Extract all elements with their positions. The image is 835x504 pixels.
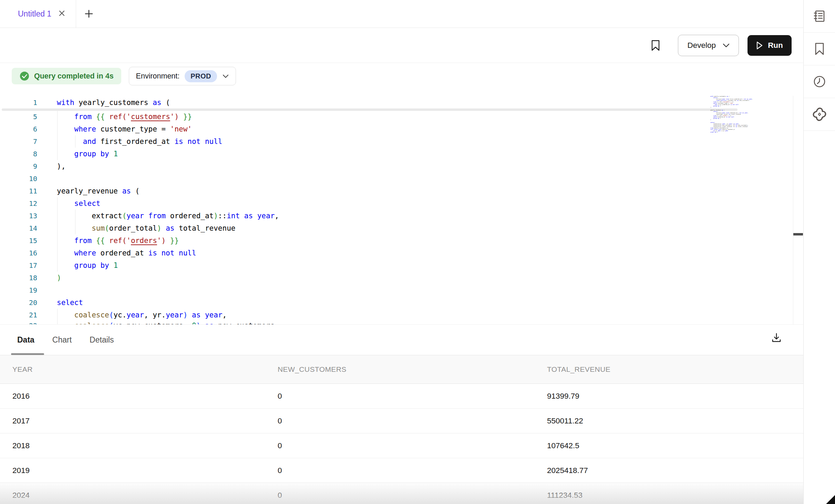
editor-scrollbar-track	[793, 96, 793, 324]
line-number: 18	[0, 274, 37, 282]
code-line-7[interactable]: 7 and first_ordered_at is not null	[0, 135, 279, 148]
code-line-15[interactable]: 15 from {{ ref('orders') }}	[0, 234, 279, 247]
environment-value-pill: PROD	[185, 70, 217, 82]
table-row[interactable]: 20180107642.5	[0, 433, 804, 458]
code-line-16[interactable]: 16 where ordered_at is not null	[0, 247, 279, 259]
bookmark-button[interactable]	[651, 40, 660, 51]
code-line-12[interactable]: 12 select	[0, 197, 279, 210]
code-line-17[interactable]: 17 group by 1	[0, 259, 279, 272]
code-line-8[interactable]: 8 group by 1	[0, 148, 279, 160]
line-number: 12	[0, 199, 37, 208]
table-cell: 2018	[0, 441, 278, 450]
bookmark-icon	[651, 40, 660, 51]
line-number: 10	[0, 175, 37, 183]
app-window: Untitled 1 Develop Run	[0, 0, 835, 504]
results-tab-data[interactable]: Data	[17, 335, 34, 345]
develop-dropdown[interactable]: Develop	[678, 35, 739, 56]
line-number: 19	[0, 286, 37, 294]
environment-selector[interactable]: Environment: PROD	[129, 67, 236, 85]
code-line-19[interactable]: 19	[0, 284, 279, 296]
code-line-9[interactable]: 9),	[0, 160, 279, 172]
download-icon	[771, 332, 782, 343]
line-number: 14	[0, 224, 37, 232]
run-label: Run	[768, 41, 783, 50]
code-line-14[interactable]: 14 sum(order_total) as total_revenue	[0, 222, 279, 234]
tab-close-icon[interactable]	[58, 10, 65, 18]
rail-item-bookmarks[interactable]	[804, 33, 835, 65]
line-number: 9	[0, 162, 37, 170]
table-cell: 550011.22	[547, 417, 804, 426]
right-icon-rail	[803, 0, 835, 504]
check-circle-icon	[19, 71, 30, 81]
editor-scrollbar-thumb[interactable]	[793, 233, 803, 235]
environment-label: Environment:	[136, 72, 180, 81]
column-header-total_revenue[interactable]: TOTAL_REVENUE	[547, 365, 804, 374]
code-line-5[interactable]: 5 from {{ ref('customers') }}	[0, 111, 279, 123]
download-results-button[interactable]	[771, 332, 782, 345]
table-cell: 2017	[0, 417, 278, 426]
code-line-6[interactable]: 6 where customer_type = 'new'	[0, 123, 279, 135]
table-row[interactable]: 20240111234.53	[0, 483, 804, 504]
status-row: Query completed in 4s Environment: PROD	[0, 63, 804, 89]
resize-corner-handle[interactable]	[826, 495, 835, 504]
chevron-down-icon	[723, 43, 730, 48]
line-number: 8	[0, 150, 37, 158]
tab-title: Untitled 1	[18, 9, 51, 19]
line-number: 1	[0, 98, 37, 107]
rail-item-lineage[interactable]	[804, 98, 835, 131]
results-tab-details[interactable]: Details	[90, 335, 114, 345]
table-cell: 0	[278, 466, 547, 475]
run-button[interactable]: Run	[748, 35, 792, 56]
code-line-11[interactable]: 11yearly_revenue as (	[0, 185, 279, 197]
code-line-21[interactable]: 21 coalesce(yc.year, yr.year) as year,	[0, 309, 279, 321]
tab-untitled-1[interactable]: Untitled 1	[0, 0, 76, 28]
code-line-13[interactable]: 13 extract(year from ordered_at)::int as…	[0, 210, 279, 222]
code-line-1[interactable]: 1with yearly_customers as (	[0, 96, 710, 109]
results-tab-bar: DataChartDetails	[0, 325, 804, 355]
line-number: 22	[0, 322, 37, 324]
line-number: 11	[0, 187, 37, 195]
line-number: 5	[0, 113, 37, 121]
line-number: 13	[0, 212, 37, 220]
bookmark-icon	[814, 42, 825, 55]
table-header-row: YEARNEW_CUSTOMERSTOTAL_REVENUE	[0, 355, 804, 384]
table-cell: 2025418.77	[547, 466, 804, 475]
table-cell: 0	[278, 441, 547, 450]
play-icon	[756, 41, 763, 50]
column-header-new_customers[interactable]: NEW_CUSTOMERS	[278, 365, 547, 374]
code-line-10[interactable]: 10	[0, 172, 279, 185]
table-cell: 0	[278, 491, 547, 500]
table-row[interactable]: 20170550011.22	[0, 409, 804, 433]
line-number: 20	[0, 298, 37, 307]
table-cell: 107642.5	[547, 441, 804, 450]
active-tab-underline	[11, 353, 44, 355]
code-line-18[interactable]: 18)	[0, 272, 279, 284]
new-tab-button[interactable]	[76, 0, 102, 28]
table-cell: 111234.53	[547, 491, 804, 500]
sticky-scroll-line[interactable]: 1with yearly_customers as (	[0, 96, 710, 109]
main-column: Untitled 1 Develop Run	[0, 0, 804, 504]
code-line-22[interactable]: 22 coalesce(yc.new_customers, 0) as new_…	[0, 321, 279, 324]
table-cell: 0	[278, 417, 547, 426]
sticky-scroll-shadow	[2, 108, 738, 111]
line-number: 21	[0, 311, 37, 319]
results-tab-chart[interactable]: Chart	[52, 335, 72, 345]
table-cell: 91399.79	[547, 392, 804, 401]
column-header-year[interactable]: YEAR	[0, 365, 278, 374]
code-lines[interactable]: 5 from {{ ref('customers') }}6 where cus…	[0, 111, 279, 324]
sql-code-editor[interactable]: 1with yearly_customers as ( 5 from {{ re…	[0, 96, 804, 324]
develop-label: Develop	[687, 41, 716, 50]
table-row[interactable]: 201902025418.77	[0, 458, 804, 483]
table-cell: 2024	[0, 491, 278, 500]
line-number: 16	[0, 249, 37, 257]
table-row[interactable]: 2016091399.79	[0, 384, 804, 409]
line-number: 17	[0, 261, 37, 270]
rail-item-notebook[interactable]	[804, 0, 835, 33]
editor-minimap[interactable]: with yearly_customers as ( select extrac…	[710, 96, 762, 133]
table-cell: 2019	[0, 466, 278, 475]
lineage-logo-icon	[812, 107, 827, 122]
notebook-icon	[813, 9, 826, 23]
code-line-20[interactable]: 20select	[0, 296, 279, 309]
line-number: 15	[0, 237, 37, 245]
rail-item-history[interactable]	[804, 65, 835, 98]
